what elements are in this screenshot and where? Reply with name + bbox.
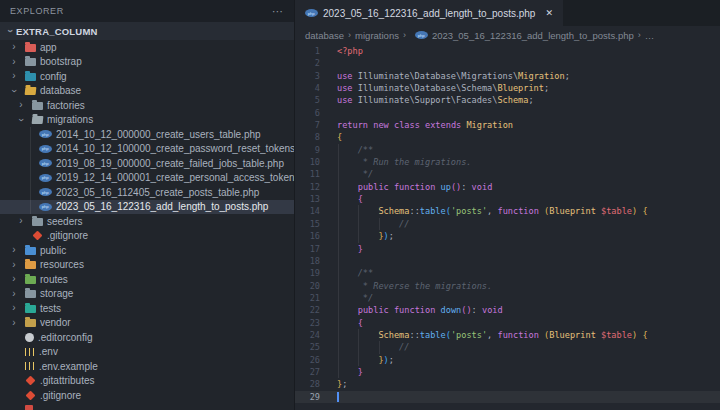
line-number[interactable]: 21 <box>295 292 320 304</box>
code-line[interactable]: 18 <box>295 255 720 267</box>
line-number[interactable]: 7 <box>295 119 320 131</box>
line-number[interactable]: 11 <box>295 168 320 180</box>
breadcrumb-item[interactable]: database <box>305 30 344 41</box>
code-line[interactable]: 16 }); <box>295 230 720 242</box>
code-line[interactable]: 3use Illuminate\Database\Migrations\Migr… <box>295 70 720 82</box>
line-number[interactable]: 26 <box>295 354 320 366</box>
line-number[interactable]: 1 <box>295 45 320 57</box>
line-number[interactable]: 25 <box>295 341 320 353</box>
code-line[interactable]: 15 // <box>295 218 720 230</box>
line-number[interactable]: 19 <box>295 267 320 279</box>
line-number[interactable]: 16 <box>295 230 320 242</box>
code-line[interactable]: 13 { <box>295 193 720 205</box>
line-number[interactable]: 15 <box>295 218 320 230</box>
code-line[interactable]: 26 }); <box>295 354 720 366</box>
line-number[interactable]: 5 <box>295 94 320 106</box>
code-line[interactable]: 9 /** <box>295 144 720 156</box>
tree-item-2014-10-12-000000-create-users-table-php[interactable]: 2014_10_12_000000_create_users_table.php <box>0 127 294 142</box>
tab-active-file[interactable]: 2023_05_16_122316_add_length_to_posts.ph… <box>295 0 563 26</box>
line-number[interactable]: 4 <box>295 82 320 94</box>
line-number[interactable]: 28 <box>295 378 320 390</box>
code-line[interactable]: 27 } <box>295 366 720 378</box>
tree-item-migrations[interactable]: migrations <box>0 113 294 128</box>
tree-item-2023-05-16-112405-create-posts-table-php[interactable]: 2023_05_16_112405_create_posts_table.php <box>0 185 294 200</box>
code-line[interactable]: 1<?php <box>295 45 720 57</box>
folder-icon <box>32 218 43 226</box>
tree-item--env[interactable]: .env <box>0 345 294 360</box>
breadcrumb-item[interactable]: migrations <box>355 30 399 41</box>
line-number[interactable]: 18 <box>295 255 320 267</box>
tree-item-storage[interactable]: storage <box>0 287 294 302</box>
tree-item-2014-10-12-100000-create-password-reset-tokens-table-php[interactable]: 2014_10_12_100000_create_password_reset_… <box>0 142 294 157</box>
line-number[interactable]: 13 <box>295 193 320 205</box>
code-line[interactable]: 21 */ <box>295 292 720 304</box>
code-line[interactable]: 12 public function up(): void <box>295 181 720 193</box>
tree-item--gitignore[interactable]: .gitignore <box>0 229 294 244</box>
tree-item-bootstrap[interactable]: bootstrap <box>0 55 294 70</box>
code-line[interactable]: 23 { <box>295 317 720 329</box>
code-line[interactable]: 8{ <box>295 131 720 143</box>
line-number[interactable]: 3 <box>295 70 320 82</box>
code-line[interactable]: 17 } <box>295 243 720 255</box>
line-number[interactable]: 8 <box>295 131 320 143</box>
line-number[interactable]: 27 <box>295 366 320 378</box>
tree-item-config[interactable]: config <box>0 69 294 84</box>
code-editor[interactable]: 1<?php23use Illuminate\Database\Migratio… <box>295 44 720 410</box>
tree-item-public[interactable]: public <box>0 243 294 258</box>
code-line[interactable]: 2 <box>295 57 720 69</box>
tree-item--gitignore[interactable]: .gitignore <box>0 388 294 403</box>
line-number[interactable]: 10 <box>295 156 320 168</box>
tree-item-resources[interactable]: resources <box>0 258 294 273</box>
close-icon[interactable]: ✕ <box>545 8 553 18</box>
line-number[interactable]: 23 <box>295 317 320 329</box>
code-line[interactable]: 5use Illuminate\Support\Facades\Schema; <box>295 94 720 106</box>
tree-item--editorconfig[interactable]: .editorconfig <box>0 330 294 345</box>
code-line[interactable]: 4use Illuminate\Database\Schema\Blueprin… <box>295 82 720 94</box>
line-number[interactable]: 14 <box>295 205 320 217</box>
code-line[interactable]: 25 // <box>295 341 720 353</box>
tree-item-vendor[interactable]: vendor <box>0 316 294 331</box>
code-line[interactable]: 19 /** <box>295 267 720 279</box>
tree-item-factories[interactable]: factories <box>0 98 294 113</box>
tree-item-2019-08-19-000000-create-failed-jobs-table-php[interactable]: 2019_08_19_000000_create_failed_jobs_tab… <box>0 156 294 171</box>
tree-item-2019-12-14-000001-create-personal-access-tokens-table-php[interactable]: 2019_12_14_000001_create_personal_access… <box>0 171 294 186</box>
code-line[interactable]: 29 <box>295 391 720 403</box>
code-line[interactable]: 14 Schema::table('posts', function (Blue… <box>295 205 720 217</box>
tree-item[interactable] <box>0 403 294 410</box>
workspace-section-header[interactable]: EXTRA_COLUMN <box>0 22 294 40</box>
tree-item-app[interactable]: app <box>0 40 294 55</box>
tree-item-2023-05-16-122316-add-length-to-posts-php[interactable]: 2023_05_16_122316_add_length_to_posts.ph… <box>0 200 294 215</box>
php-icon <box>39 174 52 182</box>
tree-item--env-example[interactable]: .env.example <box>0 359 294 374</box>
line-number[interactable]: 24 <box>295 329 320 341</box>
breadcrumb-item[interactable]: 2023_05_16_122316_add_length_to_posts.ph… <box>432 30 634 41</box>
code-line[interactable]: 10 * Run the migrations. <box>295 156 720 168</box>
line-number[interactable]: 9 <box>295 144 320 156</box>
line-number[interactable]: 2 <box>295 57 320 69</box>
tree-item-database[interactable]: database <box>0 84 294 99</box>
line-number[interactable]: 29 <box>295 391 320 403</box>
more-actions-icon[interactable]: ⋯ <box>272 5 284 18</box>
line-number[interactable]: 17 <box>295 243 320 255</box>
tree-indent-guide <box>30 200 31 215</box>
line-number[interactable]: 20 <box>295 280 320 292</box>
code-line[interactable]: 24 Schema::table('posts', function (Blue… <box>295 329 720 341</box>
code-line[interactable]: 11 */ <box>295 168 720 180</box>
breadcrumb-item[interactable]: … <box>645 30 655 41</box>
tree-item-label: 2019_08_19_000000_create_failed_jobs_tab… <box>56 158 284 169</box>
code-line[interactable]: 6 <box>295 107 720 119</box>
code-line[interactable]: 20 * Reverse the migrations. <box>295 280 720 292</box>
code-line[interactable]: 22 public function down(): void <box>295 304 720 316</box>
line-number[interactable]: 6 <box>295 107 320 119</box>
line-content: /** <box>337 267 720 279</box>
tree-item-tests[interactable]: tests <box>0 301 294 316</box>
tree-item-label: .env <box>39 346 58 357</box>
line-number[interactable]: 22 <box>295 304 320 316</box>
tree-item-routes[interactable]: routes <box>0 272 294 287</box>
code-line[interactable]: 28}; <box>295 378 720 390</box>
line-number[interactable]: 12 <box>295 181 320 193</box>
tree-item-seeders[interactable]: seeders <box>0 214 294 229</box>
code-line[interactable]: 7return new class extends Migration <box>295 119 720 131</box>
tree-indent-guide <box>30 171 31 186</box>
tree-item--gitattributes[interactable]: .gitattributes <box>0 374 294 389</box>
